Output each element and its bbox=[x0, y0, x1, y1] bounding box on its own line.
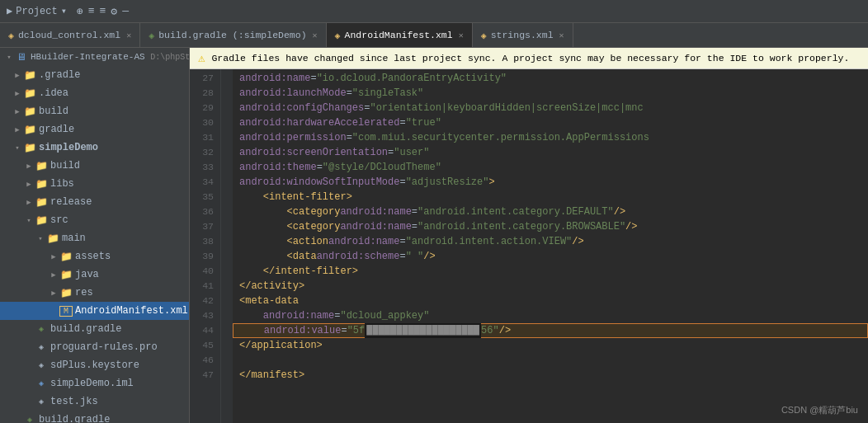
project-menu[interactable]: ▶ Project ▾ bbox=[7, 5, 67, 17]
sidebar-item-main[interactable]: ▾ 📁 main bbox=[0, 229, 189, 247]
code-container[interactable]: 27 28 29 30 31 32 33 34 35 36 37 38 39 4… bbox=[190, 69, 868, 423]
sidebar-item-simpledemo[interactable]: ▾ 📁 simpleDemo bbox=[0, 139, 189, 157]
ln-38: 38 bbox=[190, 234, 214, 249]
ln-29: 29 bbox=[190, 101, 214, 115]
folder-icon-assets: 📁 bbox=[59, 251, 73, 263]
label-androidmanifest: AndroidManifest.xml bbox=[75, 305, 188, 317]
sidebar-item-assets[interactable]: ▶ 📁 assets bbox=[0, 247, 189, 266]
code-line-39: <data android:scheme=" " /> bbox=[233, 249, 868, 264]
sidebar-item-build-root[interactable]: ▶ 📁 build bbox=[0, 102, 189, 120]
ln-37: 37 bbox=[190, 219, 214, 234]
sidebar-item-dotgradle[interactable]: ▶ 📁 .gradle bbox=[0, 66, 189, 84]
sidebar: ▾ 🖥 HBuilder-Integrate-AS D:\phpStudy_pr… bbox=[0, 48, 190, 423]
code-editor[interactable]: android:name="io.dcloud.PandoraEntryActi… bbox=[233, 69, 868, 423]
ln-31: 31 bbox=[190, 130, 214, 145]
label-build-gradle-root: build.gradle bbox=[39, 414, 110, 423]
tab-close-gradle[interactable]: ✕ bbox=[313, 31, 318, 40]
ln-44: 44 bbox=[190, 323, 214, 338]
pro-file-icon: ◈ bbox=[35, 342, 48, 352]
code-line-44: android:value="5f███████████████████56" … bbox=[233, 323, 868, 338]
sidebar-item-jks[interactable]: ◈ test.jks bbox=[0, 392, 189, 411]
keystore-icon: ◈ bbox=[35, 360, 48, 370]
tab-close-manifest[interactable]: ✕ bbox=[459, 31, 464, 40]
tab-strings[interactable]: ◈ strings.xml ✕ bbox=[473, 23, 573, 47]
line-numbers: 27 28 29 30 31 32 33 34 35 36 37 38 39 4… bbox=[190, 69, 221, 423]
sidebar-root[interactable]: ▾ 🖥 HBuilder-Integrate-AS D:\phpStudy_pr… bbox=[0, 48, 189, 66]
arrow-src: ▾ bbox=[23, 216, 35, 225]
label-src: src bbox=[50, 214, 68, 226]
sidebar-item-dotidea[interactable]: ▶ 📁 .idea bbox=[0, 84, 189, 102]
label-java: java bbox=[75, 269, 99, 280]
folder-icon-libs: 📁 bbox=[35, 178, 48, 190]
notification-icon: ⚠ bbox=[198, 51, 205, 65]
tab-label-strings: strings.xml bbox=[491, 30, 554, 40]
label-build-root: build bbox=[39, 106, 68, 117]
sidebar-item-proguard[interactable]: ◈ proguard-rules.pro bbox=[0, 338, 189, 356]
ln-27: 27 bbox=[190, 71, 214, 86]
list-icon[interactable]: ≡ bbox=[88, 5, 95, 18]
xml-icon-strings: ◈ bbox=[481, 30, 487, 41]
label-gradle: gradle bbox=[39, 124, 74, 135]
label-simpledemo: simpleDemo bbox=[39, 142, 98, 153]
code-line-38: <action android:name="android.intent.act… bbox=[233, 234, 868, 249]
arrow-res: ▶ bbox=[48, 289, 59, 298]
settings-icon[interactable]: ⚙ bbox=[111, 5, 117, 18]
editor-gutter bbox=[221, 69, 233, 423]
code-line-46 bbox=[233, 353, 868, 368]
xml-icon-active: ◈ bbox=[335, 30, 341, 41]
sidebar-item-gradle[interactable]: ▶ 📁 gradle bbox=[0, 120, 189, 139]
sidebar-item-build-gradle-module[interactable]: ◈ build.gradle bbox=[0, 320, 189, 338]
arrow-root: ▾ bbox=[3, 53, 15, 62]
xml-file-icon: M bbox=[59, 306, 73, 317]
folder-icon-dotgradle: 📁 bbox=[23, 69, 36, 82]
xml-icon: ◈ bbox=[8, 30, 14, 41]
tab-manifest[interactable]: ◈ AndroidManifest.xml ✕ bbox=[327, 23, 473, 47]
gradle-file-icon-r: ◈ bbox=[23, 415, 36, 423]
arrow-dotgradle: ▶ bbox=[12, 71, 23, 80]
sidebar-item-androidmanifest[interactable]: M AndroidManifest.xml bbox=[0, 302, 189, 320]
label-dotgradle: .gradle bbox=[39, 69, 80, 81]
label-sd-build: build bbox=[50, 160, 80, 172]
label-main: main bbox=[62, 233, 86, 244]
tab-gradle[interactable]: ◈ build.gradle (:simpleDemo) ✕ bbox=[140, 23, 326, 47]
arrow-libs: ▶ bbox=[23, 180, 35, 189]
ln-45: 45 bbox=[190, 338, 214, 353]
sidebar-item-res[interactable]: ▶ 📁 res bbox=[0, 284, 189, 302]
add-icon[interactable]: ⊕ bbox=[77, 5, 83, 18]
arrow-build-root: ▶ bbox=[12, 107, 23, 116]
sidebar-item-java[interactable]: ▶ 📁 java bbox=[0, 266, 189, 284]
title-bar: ▶ Project ▾ ⊕ ≡ ≡ ⚙ — bbox=[0, 0, 868, 23]
sidebar-item-release[interactable]: ▶ 📁 release bbox=[0, 193, 189, 211]
arrow-sd-build: ▶ bbox=[23, 162, 35, 171]
ln-33: 33 bbox=[190, 160, 214, 175]
minimize-icon[interactable]: — bbox=[122, 5, 129, 18]
label-jks: test.jks bbox=[50, 396, 98, 407]
tab-close-dcloud[interactable]: ✕ bbox=[126, 31, 131, 40]
ln-32: 32 bbox=[190, 145, 214, 160]
arrow-main: ▾ bbox=[35, 234, 46, 243]
tab-close-strings[interactable]: ✕ bbox=[559, 31, 564, 40]
sidebar-item-src[interactable]: ▾ 📁 src bbox=[0, 211, 189, 229]
folder-icon-sd-build: 📁 bbox=[35, 160, 48, 172]
sidebar-item-keystore[interactable]: ◈ sdPlus.keystore bbox=[0, 356, 189, 374]
sidebar-item-build-gradle-root[interactable]: ◈ build.gradle bbox=[0, 411, 189, 423]
ln-46: 46 bbox=[190, 353, 214, 368]
label-dotidea: .idea bbox=[39, 87, 68, 99]
label-release: release bbox=[50, 196, 92, 208]
iml-icon: ◈ bbox=[35, 378, 48, 388]
code-line-36: <category android:name="android.intent.c… bbox=[233, 204, 868, 219]
folder-icon-gradle: 📁 bbox=[23, 124, 36, 136]
ln-35: 35 bbox=[190, 190, 214, 204]
ln-36: 36 bbox=[190, 204, 214, 219]
code-line-42: <meta-data bbox=[233, 294, 868, 308]
sidebar-item-sd-build[interactable]: ▶ 📁 build bbox=[0, 157, 189, 175]
notification-bar: ⚠ Gradle files have changed since last p… bbox=[190, 48, 868, 69]
code-line-33: android:theme="@style/DCloudTheme" bbox=[233, 160, 868, 175]
sidebar-item-libs[interactable]: ▶ 📁 libs bbox=[0, 175, 189, 193]
arrow-java: ▶ bbox=[48, 270, 59, 280]
list2-icon[interactable]: ≡ bbox=[100, 5, 106, 18]
root-label: HBuilder-Integrate-AS D:\phpStudy_pro\WW… bbox=[31, 52, 190, 62]
sidebar-item-iml[interactable]: ◈ simpleDemo.iml bbox=[0, 374, 189, 392]
main-layout: ▾ 🖥 HBuilder-Integrate-AS D:\phpStudy_pr… bbox=[0, 48, 868, 423]
tab-dcloud[interactable]: ◈ dcloud_control.xml ✕ bbox=[0, 23, 140, 47]
